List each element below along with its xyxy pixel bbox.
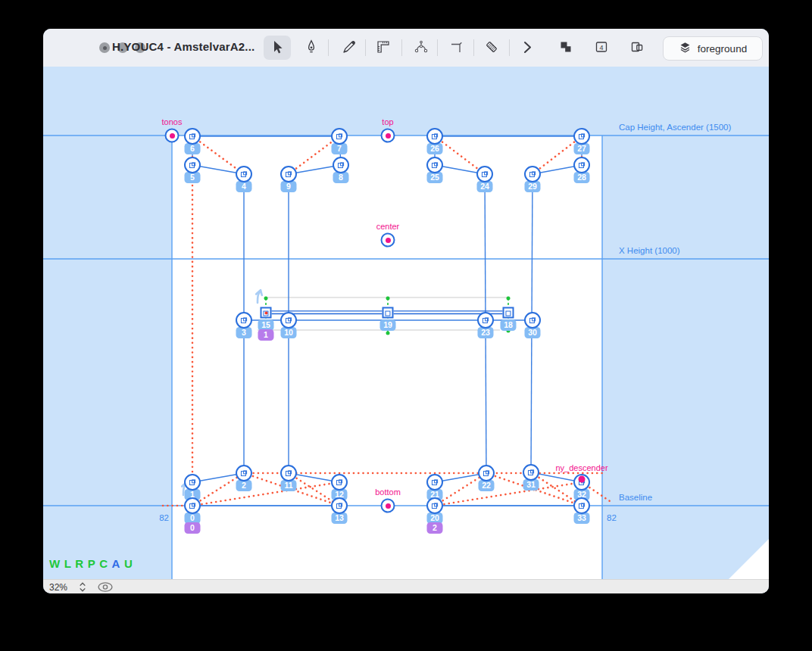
anchor-ny_descender[interactable]: [579, 476, 586, 483]
node-6[interactable]: [184, 128, 201, 145]
node-27[interactable]: [573, 128, 590, 145]
preview-4-button-icon: 4: [594, 39, 609, 57]
ruler-tool-icon: [376, 39, 391, 57]
node-badge-22: 22: [479, 480, 495, 491]
overlap-squares-button-icon: [558, 39, 573, 57]
layer-selector-label: foreground: [698, 43, 747, 55]
node-21[interactable]: [426, 474, 443, 491]
interpolation-dot: [386, 332, 390, 335]
node-7[interactable]: [331, 128, 348, 145]
node-badge-4: 4: [236, 181, 252, 192]
node-4[interactable]: [236, 166, 252, 182]
anchor-label-top: top: [382, 117, 393, 126]
metric-label: Baseline: [619, 493, 652, 502]
node-badge-2: 2: [236, 480, 252, 491]
watermark-letter: L: [64, 557, 72, 570]
more-tools-chevron[interactable]: [514, 36, 541, 60]
watermark-letter: W: [49, 557, 61, 570]
node-8[interactable]: [333, 157, 349, 173]
watermark-letter: P: [88, 557, 96, 570]
node-9[interactable]: [280, 166, 297, 182]
toolbar-separator: [509, 39, 510, 56]
node-0[interactable]: [184, 497, 201, 514]
preview-4-button[interactable]: 4: [588, 36, 615, 60]
node-28[interactable]: [573, 157, 590, 173]
toolbar-separator: [437, 39, 438, 56]
app-window: H.YOUC4 - AmstelvarA2... 4 foreground 65…: [43, 29, 769, 593]
pencil-tool[interactable]: [336, 36, 363, 60]
node-badge-29: 29: [525, 181, 541, 192]
node-5[interactable]: [184, 157, 201, 173]
close-button[interactable]: [99, 42, 110, 53]
component-badge: 1: [258, 329, 274, 341]
overlap-squares-button[interactable]: [552, 36, 579, 60]
anchor-center[interactable]: [381, 233, 395, 248]
node-31[interactable]: [523, 464, 539, 481]
toolbar-separator: [365, 39, 366, 56]
node-badge-9: 9: [281, 181, 297, 192]
layer-selector-button[interactable]: foreground: [663, 36, 763, 61]
node-25[interactable]: [426, 157, 443, 173]
anchor-tonos[interactable]: [165, 129, 180, 143]
node-24[interactable]: [476, 166, 493, 182]
zoom-stepper[interactable]: [78, 581, 87, 593]
node-badge-13: 13: [332, 512, 348, 524]
node-11[interactable]: [280, 465, 297, 481]
node-10[interactable]: [280, 312, 297, 329]
anchor-label-bottom: bottom: [375, 487, 401, 497]
eraser-tool[interactable]: [478, 36, 505, 60]
node-15[interactable]: [261, 307, 272, 319]
node-30[interactable]: [524, 312, 541, 329]
node-badge-27: 27: [574, 143, 590, 154]
window-title: H.YOUC4 - AmstelvarA2...: [112, 40, 255, 53]
corner-tool-icon: [448, 39, 464, 57]
node-29[interactable]: [524, 166, 541, 182]
glyph-canvas[interactable]: 6549872625242928273151019231830121112013…: [43, 67, 769, 579]
node-badge-24: 24: [477, 181, 493, 192]
left-sidebearing-value: 82: [149, 513, 169, 522]
node-badge-23: 23: [478, 327, 494, 338]
select-tool[interactable]: [264, 36, 291, 60]
eye-icon: [96, 581, 114, 593]
toolbar-separator: [328, 39, 329, 56]
node-badge-26: 26: [427, 143, 443, 154]
right-sidebearing-value: 82: [607, 513, 626, 522]
combine-paths-button[interactable]: [623, 36, 651, 60]
metric-label: Cap Height, Ascender (1500): [619, 123, 731, 132]
node-badge-30: 30: [525, 327, 541, 338]
node-20[interactable]: [426, 497, 443, 514]
more-tools-chevron-icon: [520, 39, 535, 57]
node-13[interactable]: [331, 497, 348, 514]
node-badge-18: 18: [501, 319, 517, 331]
node-33[interactable]: [573, 497, 590, 514]
toolbar-separator: [401, 39, 402, 56]
node-badge-31: 31: [523, 479, 539, 491]
curve-tool[interactable]: [408, 36, 435, 60]
preview-eye-button[interactable]: [96, 581, 114, 593]
corner-tool[interactable]: [442, 36, 470, 60]
node-18[interactable]: [503, 307, 514, 319]
watermark-letter: A: [112, 557, 121, 570]
node-badge-5: 5: [185, 172, 201, 183]
pen-tool[interactable]: [298, 36, 325, 60]
node-23[interactable]: [477, 312, 494, 329]
anchor-bottom[interactable]: [381, 499, 395, 513]
node-3[interactable]: [236, 312, 252, 329]
node-1[interactable]: [184, 474, 201, 491]
curve-tool-icon: [414, 39, 429, 57]
node-12[interactable]: [331, 474, 348, 491]
node-badge-6: 6: [185, 143, 201, 154]
pencil-tool-icon: [342, 39, 357, 57]
unsaved-dot-icon: [103, 46, 107, 50]
ruler-tool[interactable]: [370, 36, 397, 60]
select-tool-icon: [270, 39, 285, 57]
component-badge: 0: [185, 522, 201, 534]
interpolation-dot: [507, 297, 511, 301]
node-26[interactable]: [426, 128, 443, 145]
node-22[interactable]: [478, 465, 495, 481]
node-badge-19: 19: [380, 319, 396, 331]
node-2[interactable]: [236, 465, 252, 481]
zoom-level-value: 32%: [49, 582, 67, 593]
anchor-top[interactable]: [381, 129, 395, 143]
node-19[interactable]: [383, 307, 394, 319]
